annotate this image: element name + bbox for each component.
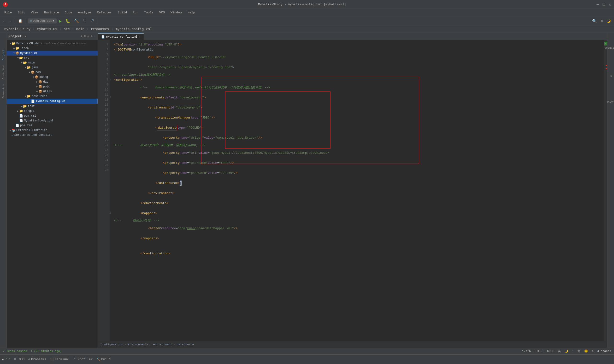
tree-item-kuang[interactable]: ▼ 📦 kuang	[7, 75, 98, 79]
menu-vcs[interactable]: VCS	[157, 10, 167, 15]
menu-code[interactable]: Code	[62, 10, 75, 15]
run-button[interactable]: ▶	[57, 18, 63, 24]
bread-environments[interactable]: environments	[128, 343, 148, 346]
tree-item-target[interactable]: ▶ 📁 target	[7, 109, 98, 114]
collapse-all-icon[interactable]: ≡	[84, 35, 86, 38]
project-tab[interactable]: Project	[0, 47, 6, 63]
problems-button[interactable]: ⊙ Problems	[28, 358, 46, 361]
line-num-3: 3	[98, 52, 108, 57]
lightbulb-icon[interactable]: 💡	[110, 178, 111, 183]
tree-label-root: Mybatis-Study	[16, 42, 39, 45]
tree-item-root[interactable]: ▼ 📁 Mybatis-Study E:\Software\IDEA\Mybat…	[7, 41, 98, 46]
profiler-button[interactable]: ⏱ Profiler	[74, 358, 93, 361]
panel-dropdown-icon[interactable]: ▼	[25, 35, 26, 38]
tree-item-src[interactable]: ▼ 📂 src	[7, 56, 98, 60]
breadcrumb-src[interactable]: src	[62, 26, 71, 32]
menu-refactor[interactable]: Refactor	[95, 10, 114, 15]
recent-files-button[interactable]: 📋	[17, 18, 24, 24]
menu-file[interactable]: File	[2, 10, 14, 15]
test-status: ✓ Tests passed: 1 (22 minutes ago)	[3, 349, 62, 353]
settings-icon[interactable]: ⚙	[90, 35, 92, 38]
close-button[interactable]: ✕	[609, 2, 611, 7]
tree-item-scratches[interactable]: ▶ ✏️ Scratches and Consoles	[7, 133, 98, 137]
fold-icon-8[interactable]: ⊟	[110, 95, 111, 100]
tree-item-idea[interactable]: ▶ 📁 .idea	[7, 46, 98, 51]
breadcrumb-project[interactable]: Mybatis-Study	[3, 26, 32, 32]
tree-item-ext-libs[interactable]: ▶ 📚 External Libraries	[7, 128, 98, 133]
tree-item-resources[interactable]: ▼ 📂 resources	[7, 94, 98, 99]
debug-button[interactable]: 🐛	[64, 18, 72, 24]
hide-icon[interactable]: –	[94, 35, 96, 38]
structure-tab[interactable]: Structure	[0, 63, 6, 82]
back-button[interactable]: ←	[2, 18, 7, 24]
theme-button[interactable]: 🌙	[605, 18, 612, 24]
tree-item-mybatis-01[interactable]: ▼ 📦 mybatis-01	[7, 51, 98, 56]
menu-help[interactable]: Help	[185, 10, 197, 15]
menu-window[interactable]: Window	[168, 10, 184, 15]
favorites-tab[interactable]: Favorites	[0, 82, 6, 101]
window-controls[interactable]: ─ □ ✕	[597, 2, 611, 7]
run-bottom-button[interactable]: ▶ Run	[2, 358, 10, 361]
tree-item-dao[interactable]: ▶ 📦 dao	[7, 79, 98, 84]
tree-item-mybatis-config[interactable]: ▶ 📄 mybatis-config.xml	[7, 99, 98, 104]
run-config-selector[interactable]: ⚙ UserDaoTest ▼	[28, 18, 56, 24]
menu-view[interactable]: View	[28, 10, 41, 15]
scrollbar-area[interactable]: ✓1	[604, 40, 607, 341]
menu-run[interactable]: Run	[130, 10, 140, 15]
breadcrumb-resources[interactable]: resources	[89, 26, 111, 32]
bread-environment[interactable]: environment	[153, 343, 172, 346]
search-everywhere-button[interactable]: 🔍	[591, 18, 599, 24]
code-line-21: <!-- 路径以/代替。-->	[114, 218, 604, 223]
profile-button[interactable]: ⏱	[89, 18, 96, 24]
sort-icon[interactable]: ⇅	[87, 35, 89, 38]
terminal-button[interactable]: ⬛ Terminal	[50, 358, 70, 361]
line-separator[interactable]: CRLF	[547, 350, 554, 353]
tree-item-utils[interactable]: ▶ 📦 utils	[7, 89, 98, 94]
menu-tools[interactable]: Tools	[142, 10, 156, 15]
code-line-24	[114, 243, 604, 248]
menu-navigate[interactable]: Navigate	[42, 10, 61, 15]
code-line-14: <property name="url" value="jdbc:mysql:/…	[114, 148, 604, 158]
fold-icon-20[interactable]: ⊟	[110, 211, 111, 216]
lang-label[interactable]: 英	[558, 349, 561, 353]
build-button[interactable]: 🔨	[73, 18, 80, 24]
database-tab[interactable]: Database	[602, 45, 614, 51]
fold-icon-6[interactable]: ⊟	[110, 77, 111, 82]
locate-icon[interactable]: ⊕	[81, 35, 83, 38]
line-num-8: 8	[98, 77, 108, 82]
indent-label[interactable]: 4 spaces	[597, 350, 611, 353]
maven-tab[interactable]: m	[608, 73, 614, 79]
minimize-button[interactable]: ─	[597, 2, 599, 7]
code-content[interactable]: <?xml version="1.0" encoding="UTF-8" ?> …	[110, 40, 604, 341]
bread-datasource[interactable]: dataSource	[177, 343, 194, 346]
tree-item-com[interactable]: ▼ 📦 com	[7, 70, 98, 75]
tree-item-main[interactable]: ▼ 📂 main	[7, 60, 98, 65]
menu-edit[interactable]: Edit	[15, 10, 27, 15]
tree-item-pom-inner[interactable]: ▶ 📄 pom.xml	[7, 114, 98, 118]
tree-label-pom-outer: pom.xml	[20, 124, 32, 127]
tree-item-iml[interactable]: ▶ 📄 Mybatis-Study.iml	[7, 118, 98, 123]
settings-button[interactable]: ⚙	[599, 18, 604, 24]
breadcrumb-main[interactable]: main	[75, 26, 86, 32]
todo-button[interactable]: ≡ TODO	[14, 358, 25, 361]
tree-item-test[interactable]: ▶ 📂 test	[7, 104, 98, 109]
breadcrumb-module[interactable]: mybatis-01	[36, 26, 58, 32]
breadcrumb-file[interactable]: mybatis-config.xml	[114, 26, 153, 32]
tree-item-pojo[interactable]: ▶ 📦 pojo	[7, 84, 98, 89]
editor-tab-mybatis-config[interactable]: 📄 mybatis-config.xml ✕	[98, 33, 144, 40]
tree-item-pom-outer[interactable]: ▶ 📄 pom.xml	[7, 123, 98, 128]
tree-item-java[interactable]: ▼ 📂 java	[7, 65, 98, 70]
settings2-icon[interactable]: ⚙	[592, 349, 593, 353]
menu-build[interactable]: Build	[115, 10, 129, 15]
maximize-button[interactable]: □	[603, 2, 605, 7]
bottom-toolbar: ▶ Run ≡ TODO ⊙ Problems ⬛ Terminal ⏱ Pro…	[0, 354, 614, 364]
encoding-label[interactable]: UTF-8	[535, 350, 543, 353]
bread-configuration[interactable]: configuration	[101, 343, 123, 346]
tab-close-button[interactable]: ✕	[139, 35, 140, 38]
forward-button[interactable]: →	[8, 18, 13, 24]
coverage-button[interactable]: ⛉	[81, 18, 88, 24]
menu-analyze[interactable]: Analyze	[76, 10, 94, 15]
editor-breadcrumb: configuration › environments › environme…	[98, 341, 607, 348]
left-vertical-tabs: Project Structure Favorites	[0, 33, 7, 348]
build-bottom-button[interactable]: 🔨 Build	[97, 358, 111, 361]
